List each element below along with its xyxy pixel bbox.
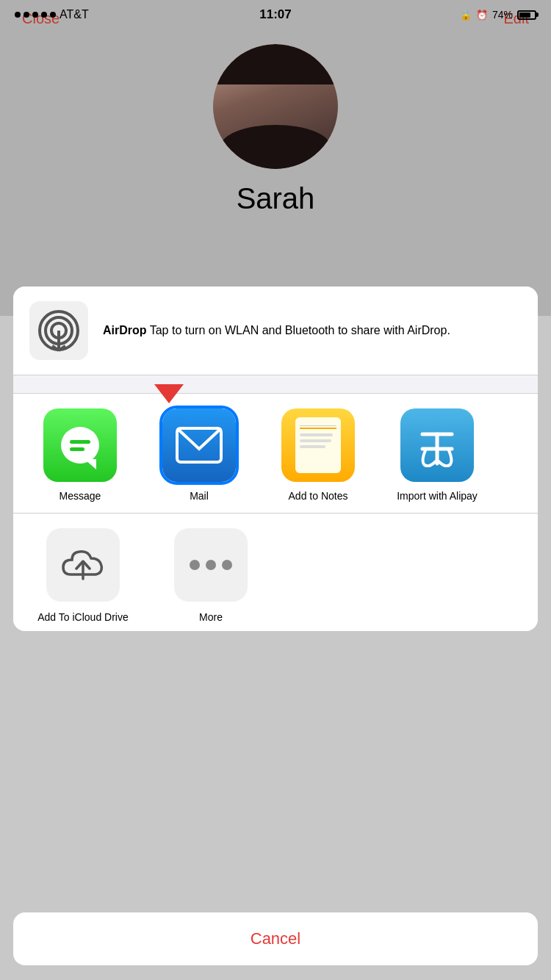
message-app-icon bbox=[43, 408, 117, 482]
message-bubble bbox=[61, 427, 99, 464]
cancel-label[interactable]: Cancel bbox=[251, 929, 300, 948]
message-lines bbox=[70, 440, 90, 451]
contact-avatar bbox=[213, 44, 338, 169]
alarm-icon: ⏰ bbox=[476, 10, 488, 21]
lock-icon: 🔒 bbox=[460, 10, 472, 21]
icloud-label: Add To iCloud Drive bbox=[37, 610, 128, 624]
dot-3 bbox=[222, 560, 232, 570]
airdrop-icon bbox=[37, 309, 80, 352]
more-icon-wrap bbox=[174, 528, 248, 602]
airdrop-desc-text: Tap to turn on WLAN and Bluetooth to sha… bbox=[147, 324, 450, 336]
share-app-mail[interactable]: Mail bbox=[140, 408, 259, 502]
alipay-label: Import with Alipay bbox=[397, 489, 478, 502]
airdrop-description: AirDrop Tap to turn on WLAN and Bluetoot… bbox=[103, 323, 450, 339]
mail-app-icon bbox=[162, 408, 236, 482]
arrow-head bbox=[154, 384, 184, 403]
share-app-notes[interactable]: Add to Notes bbox=[259, 408, 378, 502]
notes-top-line bbox=[300, 423, 336, 429]
envelope-icon bbox=[176, 427, 223, 464]
mail-label: Mail bbox=[190, 489, 209, 502]
airdrop-title: AirDrop bbox=[103, 324, 147, 336]
more-dots bbox=[190, 560, 232, 570]
cancel-sheet[interactable]: Cancel bbox=[13, 912, 538, 965]
arrow-indicator-row bbox=[13, 375, 538, 394]
notes-line-1 bbox=[300, 433, 333, 436]
dot-2 bbox=[206, 560, 216, 570]
airdrop-section[interactable]: AirDrop Tap to turn on WLAN and Bluetoot… bbox=[13, 287, 538, 375]
share-app-alipay[interactable]: Import with Alipay bbox=[378, 408, 497, 502]
alipay-icon bbox=[415, 423, 459, 467]
action-more[interactable]: More bbox=[156, 528, 266, 624]
more-label: More bbox=[199, 610, 223, 624]
alipay-app-icon bbox=[400, 408, 474, 482]
status-left: AT&T bbox=[15, 8, 89, 21]
carrier-name: AT&T bbox=[60, 8, 89, 21]
msg-line-2 bbox=[70, 447, 84, 451]
notes-app-icon bbox=[281, 408, 355, 482]
notes-line-3 bbox=[300, 445, 325, 448]
contact-name: Sarah bbox=[237, 182, 315, 215]
battery-percent: 74% bbox=[492, 9, 513, 21]
battery-fill bbox=[519, 12, 530, 18]
share-sheet: AirDrop Tap to turn on WLAN and Bluetoot… bbox=[13, 287, 538, 631]
status-bar: AT&T 11:07 🔒 ⏰ 74% bbox=[0, 0, 551, 29]
actions-row: Add To iCloud Drive More bbox=[13, 514, 538, 631]
notes-icon-inner bbox=[295, 417, 341, 473]
airdrop-icon-wrap bbox=[29, 301, 88, 360]
notes-line-2 bbox=[300, 439, 331, 442]
battery-icon bbox=[517, 10, 536, 20]
status-right: 🔒 ⏰ 74% bbox=[460, 9, 536, 21]
apps-row: Message Mail Add bbox=[13, 394, 538, 514]
msg-line-1 bbox=[70, 440, 90, 444]
icloud-icon-wrap bbox=[46, 528, 120, 602]
action-icloud[interactable]: Add To iCloud Drive bbox=[28, 528, 138, 624]
notes-label: Add to Notes bbox=[289, 489, 348, 502]
contact-background: Close Edit Sarah bbox=[0, 0, 551, 316]
signal-dots bbox=[15, 12, 56, 18]
share-app-message[interactable]: Message bbox=[21, 408, 140, 502]
status-time: 11:07 bbox=[259, 7, 291, 22]
icloud-icon bbox=[62, 547, 104, 583]
avatar-image bbox=[213, 44, 338, 169]
message-label: Message bbox=[60, 489, 101, 502]
dot-1 bbox=[190, 560, 200, 570]
